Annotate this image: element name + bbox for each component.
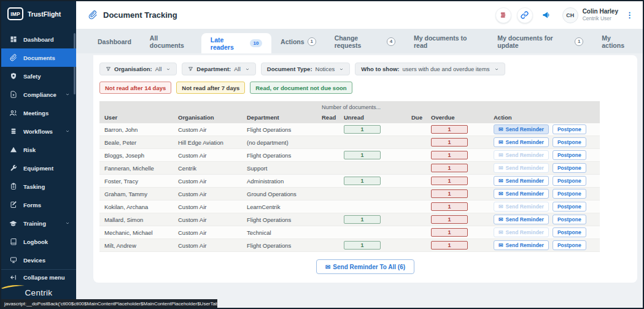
send-reminder-button[interactable]: ✉Send Reminder [494, 150, 549, 160]
cell-department: Ground Operations [247, 191, 322, 197]
column-header-overdue: Overdue [431, 114, 494, 121]
sidebar-item-tasking[interactable]: Tasking [1, 177, 76, 196]
envelope-icon: ✉ [499, 229, 503, 235]
unread-count-box: 1 [344, 125, 381, 134]
user-menu[interactable]: CH Colin Harley Centrik User [560, 7, 618, 23]
document-type-filter[interactable]: Document Type:Notices [261, 63, 350, 75]
cell-action: ✉Send Reminder Postpone [494, 150, 600, 160]
send-reminder-button[interactable]: ✉Send Reminder [494, 137, 549, 147]
cell-action: ✉Send Reminder Postpone [494, 137, 600, 147]
form-icon [9, 201, 17, 208]
book-icon [9, 238, 17, 245]
send-reminder-button[interactable]: ✉Send Reminder [494, 227, 549, 237]
paperclip-title-icon [88, 10, 98, 20]
tab-change-requests[interactable]: Change requests4 [325, 29, 405, 53]
cell-overdue: 1 [431, 177, 494, 185]
envelope-icon: ✉ [499, 126, 503, 132]
cell-department: Flight Operations [247, 152, 322, 159]
column-header-user: User [104, 114, 178, 121]
sidebar-item-devices[interactable]: Devices [1, 251, 76, 269]
send-reminder-button[interactable]: ✉Send Reminder [494, 202, 549, 212]
cell-user: Graham, Tammy [104, 191, 178, 197]
sidebar-item-safety[interactable]: Safety [1, 67, 76, 85]
send-reminder-button[interactable]: ✉Send Reminder [494, 124, 549, 134]
postpone-button[interactable]: Postpone [553, 202, 586, 212]
tab-badge: 10 [250, 39, 262, 47]
table-row: Barron, John Custom Air Flight Operation… [99, 123, 600, 136]
postpone-button[interactable]: Postpone [553, 137, 586, 147]
cell-department: Flight Operations [247, 242, 322, 249]
cell-unread: 1 [344, 241, 411, 250]
cell-organisation: Centrik [178, 165, 247, 172]
tab-my-actions[interactable]: My actions [592, 29, 643, 53]
postpone-button[interactable]: Postpone [553, 240, 586, 250]
send-reminder-button[interactable]: ✉Send Reminder [494, 215, 549, 224]
postpone-button[interactable]: Postpone [553, 150, 586, 160]
chevron-down-icon [65, 221, 70, 226]
postpone-button[interactable]: Postpone [553, 189, 586, 199]
table-row: Kokilan, Archana Custom Air LearnCentrik… [99, 200, 600, 213]
send-reminder-button[interactable]: ✉Send Reminder [494, 189, 549, 199]
table-row: Bloggs, Joseph Custom Air Flight Operati… [99, 149, 600, 162]
avatar: CH [562, 7, 578, 23]
department-filter[interactable]: Department:All [182, 63, 256, 75]
sidebar-item-training[interactable]: Training [1, 214, 76, 232]
content-area: Organisation:All Department:All Document… [76, 53, 643, 308]
sidebar-item-equipment[interactable]: Equipment [1, 159, 76, 177]
triangle-icon [9, 146, 17, 153]
overdue-count-box: 1 [431, 138, 468, 147]
legend-read-or-not-due: Read, or document not due soon [250, 82, 352, 94]
sidebar-item-label: Devices [23, 257, 45, 264]
cell-overdue: 1 [431, 151, 494, 159]
envelope-icon: ✉ [499, 216, 503, 223]
sidebar-item-logbook[interactable]: Logbook [1, 232, 76, 251]
link-button[interactable] [517, 7, 533, 23]
dashboard-icon [9, 36, 17, 43]
sidebar-item-forms[interactable]: Forms [1, 196, 76, 214]
tab-my-documents-for-update[interactable]: My documents for update1 [488, 29, 592, 53]
postpone-button[interactable]: Postpone [553, 215, 586, 224]
who-to-show-filter[interactable]: Who to show:users with due and overdue i… [355, 63, 505, 75]
collapse-menu-label: Collapse menu [23, 274, 65, 281]
postpone-button[interactable]: Postpone [553, 176, 586, 186]
kebab-menu-icon[interactable]: ⋮ [624, 11, 635, 19]
cell-organisation: Hill Edge Aviation [178, 139, 247, 146]
tab-dashboard[interactable]: Dashboard [88, 29, 141, 53]
tab-actions[interactable]: Actions1 [271, 29, 325, 53]
organisation-filter[interactable]: Organisation:All [99, 63, 177, 75]
announcement-button[interactable] [538, 7, 554, 23]
cell-department: LearnCentrik [247, 204, 322, 210]
tab-late-readers[interactable]: Late readers10 [201, 33, 271, 53]
sidebar-item-meetings[interactable]: Meetings [1, 104, 76, 122]
send-reminder-button[interactable]: ✉Send Reminder [494, 240, 549, 250]
send-reminder-to-all-button[interactable]: ✉ Send Reminder To All (6) [316, 259, 414, 274]
envelope-icon: ✉ [499, 178, 503, 184]
cell-action: ✉Send Reminder Postpone [494, 163, 600, 173]
send-reminder-button[interactable]: ✉Send Reminder [494, 163, 549, 173]
send-reminder-button[interactable]: ✉Send Reminder [494, 176, 549, 186]
column-header-department: Department [247, 114, 322, 121]
column-header-unread: Unread [344, 114, 411, 121]
sidebar-item-compliance[interactable]: Compliance [1, 85, 76, 104]
postpone-button[interactable]: Postpone [553, 227, 586, 237]
chevron-down-icon [494, 67, 499, 72]
sidebar-item-dashboard[interactable]: Dashboard [1, 30, 76, 48]
sidebar-item-documents[interactable]: Documents [1, 48, 76, 67]
app-window: IMP TrustFlight Dashboard Documents Safe… [0, 0, 644, 309]
tab-my-documents-to-read[interactable]: My documents to read [405, 29, 488, 53]
sidebar-item-label: Training [23, 220, 46, 227]
sidebar-item-workflows[interactable]: Workflows [1, 122, 76, 140]
tab-all-documents[interactable]: All documents [141, 29, 201, 53]
cell-overdue: 1 [431, 202, 494, 211]
postpone-button[interactable]: Postpone [553, 163, 586, 173]
table-row: Milt, Andrew Custom Air Flight Operation… [99, 239, 600, 252]
postpone-button[interactable]: Postpone [553, 124, 586, 134]
feed-button[interactable] [495, 7, 511, 23]
cell-organisation: Custom Air [178, 152, 247, 159]
envelope-icon: ✉ [499, 191, 503, 197]
sidebar-item-risk[interactable]: Risk [1, 140, 76, 159]
cell-overdue: 1 [431, 138, 494, 147]
envelope-icon: ✉ [499, 204, 503, 210]
overdue-count-box: 1 [431, 241, 468, 250]
overdue-count-box: 1 [431, 177, 468, 185]
